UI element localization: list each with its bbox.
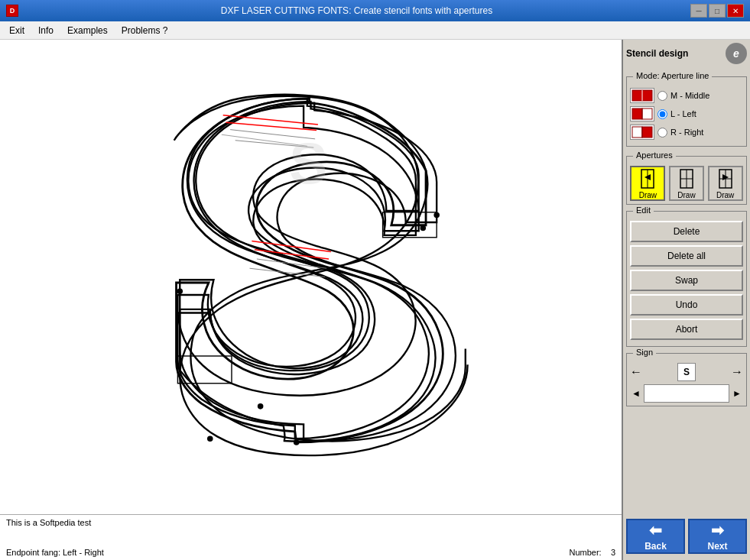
app-icon: D (6, 5, 18, 17)
back-label: Back (644, 541, 667, 552)
l-left-icon-svg (631, 108, 653, 120)
apertures-group: Apertures Draw (626, 156, 747, 205)
svg-rect-20 (632, 108, 642, 119)
canvas-area: S This is a Softpedia test Endpoint fang… (0, 40, 622, 560)
svg-rect-23 (632, 127, 642, 138)
sign-group: Sign ← S → ◄ ► (626, 353, 747, 406)
radio-m-middle[interactable] (657, 91, 667, 101)
svg-rect-21 (642, 108, 652, 119)
sign-preview (644, 384, 729, 403)
back-button[interactable]: ⬅ Back (626, 519, 685, 554)
aperture-btn-2[interactable]: Draw (669, 166, 704, 201)
right-panel: Stencil design e Mode: Aperture line M -… (622, 40, 750, 560)
left-arrow-icon: ← (630, 365, 642, 379)
swap-button[interactable]: Swap (630, 270, 743, 291)
menu-info[interactable]: Info (32, 24, 60, 37)
window-title: DXF LASER CUTTING FONTS: Create stencil … (23, 5, 690, 16)
menu-bar: Exit Info Examples Problems ? (0, 21, 750, 40)
r-right-icon-svg (631, 126, 653, 138)
menu-exit[interactable]: Exit (3, 24, 31, 37)
aperture-btn-2-label: Draw (677, 191, 695, 199)
mode-l-icon (630, 106, 654, 121)
edit-buttons: Delete Delete all Swap Undo Abort (630, 221, 743, 340)
menu-problems[interactable]: Problems ? (115, 24, 174, 37)
number-info: Number: 3 (569, 548, 615, 557)
menu-examples[interactable]: Examples (61, 24, 114, 37)
panel-header: Stencil design e (626, 43, 747, 64)
back-arrow-icon: ⬅ (649, 521, 662, 539)
title-bar: D DXF LASER CUTTING FONTS: Create stenci… (0, 0, 750, 21)
aperture-btn-3[interactable]: Draw (708, 166, 743, 201)
window-controls: ─ □ ✕ (690, 4, 744, 18)
edit-group: Edit Delete Delete all Swap Undo Abort (626, 211, 747, 347)
radio-r-right-row: R - Right (630, 125, 743, 140)
radio-m-middle-label[interactable]: M - Middle (670, 91, 709, 100)
svg-point-14 (433, 212, 440, 218)
svg-point-16 (258, 403, 264, 409)
sign-row2: ◄ ► (630, 384, 743, 403)
next-button[interactable]: ➡ Next (688, 519, 747, 554)
radio-l-left-row: L - Left (630, 106, 743, 121)
svg-point-11 (177, 289, 183, 295)
status-bottom: Endpoint fang: Left - Right Number: 3 (6, 548, 615, 557)
title-bar-left: D (6, 5, 23, 17)
abort-button[interactable]: Abort (630, 319, 743, 340)
svg-text:S: S (289, 131, 327, 196)
sign-left-btn[interactable]: ◄ (630, 388, 642, 399)
undo-button[interactable]: Undo (630, 294, 743, 316)
main-content: S This is a Softpedia test Endpoint fang… (0, 40, 750, 560)
svg-point-15 (420, 225, 427, 231)
next-arrow-icon: ➡ (711, 521, 724, 539)
svg-point-13 (294, 439, 300, 445)
edit-label: Edit (633, 206, 654, 215)
endpoint-info: Endpoint fang: Left - Right (6, 548, 104, 557)
apertures-label: Apertures (633, 151, 676, 160)
delete-button[interactable]: Delete (630, 221, 743, 242)
radio-l-left[interactable] (657, 109, 667, 119)
minimize-button[interactable]: ─ (690, 4, 707, 18)
aperture-icon-1 (637, 168, 658, 189)
sign-label: Sign (633, 348, 656, 357)
mode-label: Mode: Aperture line (633, 71, 712, 80)
canvas-container: S (0, 40, 622, 514)
sign-right-btn[interactable]: ► (731, 388, 743, 399)
panel-icon: e (726, 43, 747, 64)
m-middle-icon-svg (631, 89, 653, 102)
svg-rect-24 (642, 127, 652, 138)
right-arrow-icon: → (731, 365, 743, 379)
close-button[interactable]: ✕ (727, 4, 744, 18)
svg-point-12 (207, 435, 213, 442)
aperture-btn-1-label: Draw (639, 191, 657, 199)
sign-letter: S (677, 363, 696, 381)
mode-group: Mode: Aperture line M - Middle (626, 76, 747, 147)
aperture-btn-3-label: Draw (716, 191, 734, 199)
sign-row1: ← S → (630, 363, 743, 381)
radio-m-middle-row: M - Middle (630, 88, 743, 103)
mode-m-icon (630, 88, 654, 103)
status-bar: This is a Softpedia test Endpoint fang: … (0, 514, 622, 560)
radio-r-right[interactable] (657, 128, 667, 138)
nav-buttons: ⬅ Back ➡ Next (626, 516, 747, 557)
panel-title: Stencil design (626, 48, 688, 59)
status-text: This is a Softpedia test (6, 518, 615, 527)
radio-l-left-label[interactable]: L - Left (670, 109, 696, 118)
mode-r-icon (630, 125, 654, 140)
next-label: Next (707, 541, 727, 552)
aperture-icon-3 (715, 168, 736, 189)
aperture-buttons: Draw Draw (630, 166, 743, 201)
delete-all-button[interactable]: Delete all (630, 245, 743, 267)
restore-button[interactable]: □ (709, 4, 726, 18)
radio-r-right-label[interactable]: R - Right (670, 128, 703, 137)
aperture-icon-2 (676, 168, 697, 189)
letter-s-canvas: S (0, 40, 622, 514)
aperture-btn-1[interactable]: Draw (630, 166, 665, 201)
